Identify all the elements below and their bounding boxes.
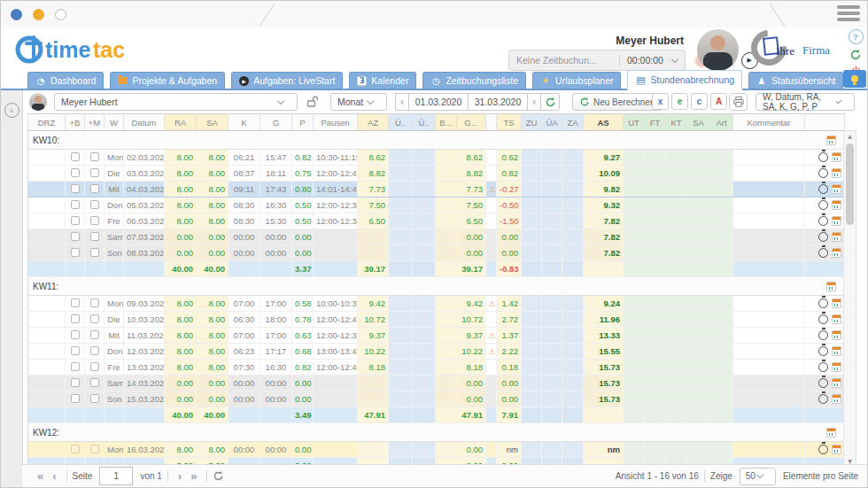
next-page-icon[interactable]: › (174, 470, 186, 482)
timesheet-row[interactable]: Mit04.03.20208.008.0009:1117:430.8014:01… (28, 182, 845, 198)
row-checkbox[interactable] (90, 314, 99, 323)
row-checkbox[interactable] (90, 200, 99, 209)
row-checkbox[interactable] (90, 394, 99, 403)
first-page-icon[interactable]: « (33, 470, 48, 482)
day-view-icon[interactable] (832, 216, 841, 226)
column-header-k[interactable]: K (229, 114, 260, 131)
day-view-icon[interactable] (832, 152, 841, 162)
column-header-as[interactable]: AS (584, 114, 624, 131)
prev-period-button[interactable]: ‹ (395, 93, 409, 111)
row-checkbox[interactable] (90, 216, 99, 225)
row-checkbox[interactable] (90, 330, 99, 339)
row-checkbox[interactable] (71, 184, 80, 193)
row-checkbox[interactable] (71, 346, 80, 355)
column-header-kommentar[interactable]: Kommentar (733, 114, 805, 131)
timesheet-row[interactable]: Fre13.03.20208.008.0007:3016:300.8212:00… (28, 360, 845, 376)
row-checkbox[interactable] (71, 232, 80, 241)
last-page-icon[interactable]: » (186, 470, 201, 482)
export-xls-icon[interactable]: x (652, 93, 669, 110)
prev-page-icon[interactable]: ‹ (48, 470, 60, 482)
stopwatch-icon[interactable] (818, 362, 828, 372)
column-header-sa[interactable]: SA (197, 114, 229, 131)
traffic-light-yellow-icon[interactable] (33, 9, 44, 20)
row-checkbox[interactable] (71, 216, 80, 225)
tab-urlaubsplaner[interactable]: ☀Urlaubsplaner (532, 72, 621, 89)
sidebar-expand-icon[interactable]: › (4, 103, 19, 118)
column-header-ue1[interactable]: Ü.. (389, 114, 413, 131)
section-export-icon[interactable] (823, 282, 836, 292)
day-view-icon[interactable] (832, 394, 841, 404)
day-view-icon[interactable] (832, 378, 841, 388)
row-checkbox[interactable] (90, 378, 99, 387)
next-period-button[interactable]: › (527, 93, 541, 111)
row-checkbox[interactable] (71, 362, 80, 371)
column-header-ut[interactable]: UT (624, 114, 645, 131)
row-checkbox[interactable] (90, 445, 99, 453)
row-checkbox[interactable] (90, 184, 99, 193)
day-view-icon[interactable] (832, 362, 841, 372)
day-view-icon[interactable] (832, 314, 841, 324)
column-header-w[interactable]: W (105, 114, 124, 131)
row-checkbox[interactable] (71, 394, 80, 403)
column-header-ra[interactable]: RA (165, 114, 197, 131)
stopwatch-icon[interactable] (818, 248, 828, 258)
row-checkbox[interactable] (71, 152, 80, 161)
timesheet-row[interactable]: Don12.03.20208.008.0006:2317:170.6813:00… (28, 344, 845, 360)
column-header-g[interactable]: G (260, 114, 292, 131)
export-csv-icon[interactable]: c (691, 93, 708, 110)
column-header-b[interactable]: B... (436, 114, 457, 131)
timesheet-row[interactable]: Die03.03.20208.008.0008:3718:110.7512:00… (28, 166, 845, 182)
chevron-down-icon[interactable] (671, 55, 678, 62)
row-checkbox[interactable] (71, 314, 80, 323)
tab-projekte-aufgaben[interactable]: Projekte & Aufgaben (110, 72, 225, 89)
stopwatch-icon[interactable] (818, 445, 828, 454)
period-select[interactable]: Monat (330, 93, 387, 111)
timesheet-row[interactable]: Sam14.03.20200.000.0000:0000:000.000.000… (28, 376, 845, 391)
day-view-icon[interactable] (832, 445, 841, 454)
section-export-icon[interactable] (823, 428, 836, 438)
timesheet-row[interactable]: Fre06.03.20208.008.0008:3015:300.5012:00… (28, 213, 845, 229)
row-checkbox[interactable] (90, 298, 99, 307)
stopwatch-icon[interactable] (818, 152, 828, 162)
stopwatch-icon[interactable] (818, 378, 828, 388)
stopwatch-icon[interactable] (818, 216, 828, 226)
traffic-light-white-icon[interactable] (55, 9, 66, 20)
vertical-scrollbar[interactable]: ▲ ▼ (843, 130, 856, 467)
day-view-icon[interactable] (832, 330, 841, 340)
column-header-ft[interactable]: FT (645, 114, 666, 131)
column-header-uea[interactable]: ÜA (542, 114, 562, 131)
print-icon[interactable] (729, 93, 748, 111)
timesheet-row[interactable]: Mit11.03.20208.008.0007:0017:000.6312:00… (28, 328, 845, 344)
stopwatch-icon[interactable] (818, 394, 828, 404)
row-checkbox[interactable] (90, 248, 99, 257)
row-checkbox[interactable] (71, 248, 80, 257)
row-checkbox[interactable] (90, 168, 99, 177)
timesheet-row[interactable]: Die10.03.20208.008.0006:3018:000.7812:00… (28, 312, 845, 328)
timesheet-row[interactable]: Son08.03.20200.000.0000:0000:000.000.000… (28, 245, 845, 261)
timer-box[interactable]: Keine Zeitbuchun... 00:00:00 (508, 50, 686, 71)
stopwatch-icon[interactable] (818, 200, 828, 210)
column-header-datum[interactable]: Datum (124, 114, 165, 131)
stopwatch-icon[interactable] (818, 298, 828, 308)
column-header-ue2[interactable]: Ü.. (413, 114, 436, 131)
timesheet-row[interactable]: Mon09.03.20208.008.0007:0017:000.5810:00… (28, 296, 845, 312)
row-checkbox[interactable] (71, 445, 80, 453)
row-checkbox[interactable] (71, 298, 80, 307)
stopwatch-icon[interactable] (818, 314, 828, 324)
stopwatch-icon[interactable] (818, 184, 828, 194)
stopwatch-icon[interactable] (818, 346, 828, 356)
day-view-icon[interactable] (832, 184, 841, 194)
day-view-icon[interactable] (832, 168, 841, 178)
column-header-zu[interactable]: ZU (522, 114, 542, 131)
column-header-drz[interactable]: DRZ (28, 114, 66, 131)
row-checkbox[interactable] (90, 362, 99, 371)
column-header-actions[interactable] (805, 114, 845, 131)
column-header-art[interactable]: Art (710, 114, 733, 131)
row-checkbox[interactable] (71, 200, 80, 209)
tab-zeitbuchungsliste[interactable]: ◷Zeitbuchungsliste (422, 72, 526, 89)
day-view-icon[interactable] (832, 248, 841, 258)
export-pdf-icon[interactable]: A (710, 93, 727, 110)
scroll-down-icon[interactable]: ▼ (844, 458, 856, 464)
scrollbar-thumb[interactable] (846, 143, 854, 225)
column-header-pausen[interactable]: Pausen (314, 114, 358, 131)
